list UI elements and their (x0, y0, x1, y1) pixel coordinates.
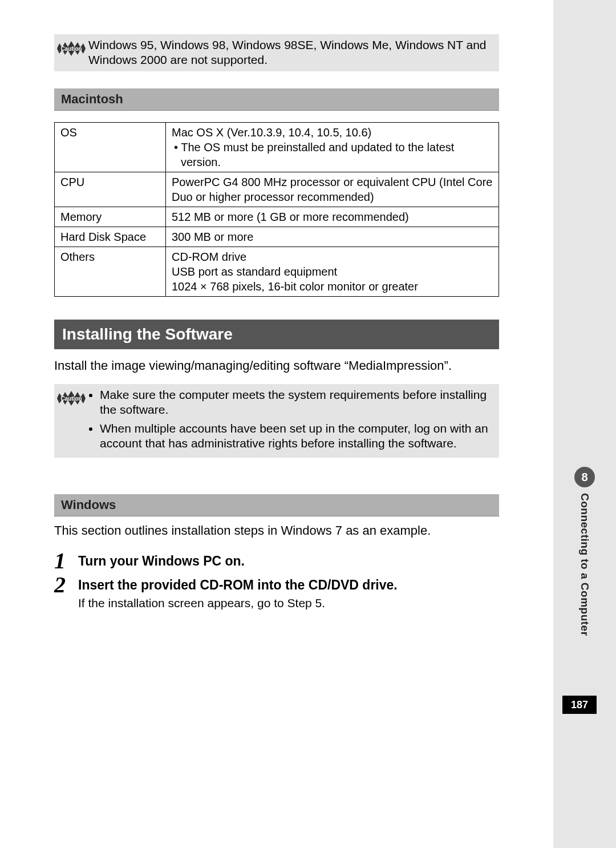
spec-value-line: USB port as standard equipment (172, 264, 493, 279)
step-number: 1 (54, 550, 78, 572)
chapter-number-badge: 8 (574, 467, 595, 487)
macintosh-spec-table: OS Mac OS X (Ver.10.3.9, 10.4, 10.5, 10.… (54, 122, 499, 297)
spec-label: CPU (55, 172, 166, 207)
spec-value: CD-ROM drive USB port as standard equipm… (166, 247, 499, 296)
macintosh-heading: Macintosh (54, 88, 499, 111)
spec-value: 300 MB or more (166, 227, 499, 247)
step-title: Turn your Windows PC on. (78, 553, 499, 570)
step-number: 2 (54, 574, 78, 596)
caution-text: Windows 95, Windows 98, Windows 98SE, Wi… (88, 38, 493, 68)
page-number: 187 (562, 696, 597, 714)
install-steps: 1 Turn your Windows PC on. 2 Insert the … (54, 550, 499, 611)
chapter-label: Connecting to a Computer (578, 493, 591, 636)
step-title: Insert the provided CD-ROM into the CD/D… (78, 577, 499, 594)
windows-intro: This section outlines installation steps… (54, 522, 499, 539)
step-subtext: If the installation screen appears, go t… (78, 595, 499, 611)
caution-item: Make sure the computer meets the system … (100, 387, 493, 418)
svg-text:Caution: Caution (60, 395, 82, 402)
section-intro: Install the image viewing/managing/editi… (54, 357, 499, 374)
svg-text:Caution: Caution (60, 46, 82, 52)
windows-heading: Windows (54, 494, 499, 516)
spec-label: OS (55, 122, 166, 172)
spec-value-main: Mac OS X (Ver.10.3.9, 10.4, 10.5, 10.6) (172, 125, 493, 140)
table-row: Memory 512 MB or more (1 GB or more reco… (55, 207, 499, 227)
caution-box-install-requirements: Caution Make sure the computer meets the… (54, 384, 499, 458)
caution-icon: Caution (54, 38, 88, 58)
caution-item: When multiple accounts have been set up … (100, 421, 493, 451)
caution-text: Make sure the computer meets the system … (88, 387, 493, 454)
section-heading-installing-software: Installing the Software (54, 320, 499, 349)
page-margin-strip (553, 0, 616, 848)
chapter-tab: 8 Connecting to a Computer (553, 467, 616, 636)
spec-value: PowerPC G4 800 MHz processor or equivale… (166, 172, 499, 207)
spec-label: Hard Disk Space (55, 227, 166, 247)
caution-box-unsupported-os: Caution Windows 95, Windows 98, Windows … (54, 34, 499, 71)
spec-value: 512 MB or more (1 GB or more recommended… (166, 207, 499, 227)
step-body: Turn your Windows PC on. (78, 550, 499, 570)
step-1: 1 Turn your Windows PC on. (54, 550, 499, 572)
spec-label: Memory (55, 207, 166, 227)
step-body: Insert the provided CD-ROM into the CD/D… (78, 574, 499, 611)
step-2: 2 Insert the provided CD-ROM into the CD… (54, 574, 499, 611)
spec-value: Mac OS X (Ver.10.3.9, 10.4, 10.5, 10.6) … (166, 122, 499, 172)
spec-label: Others (55, 247, 166, 296)
spec-value-note: • The OS must be preinstalled and update… (172, 140, 493, 169)
caution-icon: Caution (54, 387, 88, 408)
spec-value-line: 1024 × 768 pixels, 16-bit color monitor … (172, 279, 493, 294)
spec-value-line: CD-ROM drive (172, 249, 493, 264)
page-content: Caution Windows 95, Windows 98, Windows … (0, 0, 553, 612)
table-row: CPU PowerPC G4 800 MHz processor or equi… (55, 172, 499, 207)
table-row: Hard Disk Space 300 MB or more (55, 227, 499, 247)
table-row: Others CD-ROM drive USB port as standard… (55, 247, 499, 296)
table-row: OS Mac OS X (Ver.10.3.9, 10.4, 10.5, 10.… (55, 122, 499, 172)
